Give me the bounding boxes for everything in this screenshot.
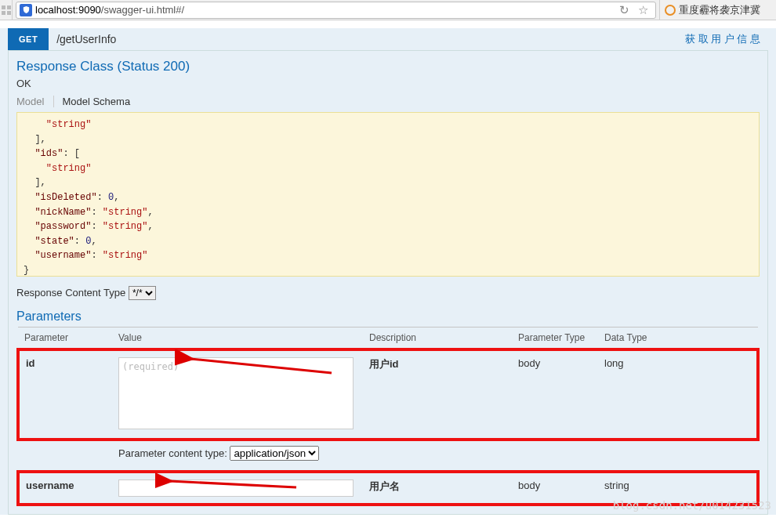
- response-content-type-row: Response Content Type */*: [16, 286, 760, 300]
- shield-icon: [20, 4, 32, 16]
- response-tabs: Model Model Schema: [16, 96, 760, 107]
- endpoint-path[interactable]: /getUserInfo: [49, 33, 685, 45]
- panel-toggle-icon[interactable]: [0, 0, 13, 20]
- operation-header[interactable]: GET /getUserInfo 获 取 用 户 信 息: [8, 28, 768, 51]
- response-content-type-select[interactable]: */*: [129, 286, 156, 300]
- svg-rect-2: [2, 11, 5, 15]
- svg-rect-3: [7, 11, 11, 15]
- parameter-row-id: id 用户id body long: [18, 349, 758, 440]
- feed-ring-icon: [665, 5, 676, 16]
- parameter-row-username: username 用户名 body string: [18, 472, 758, 505]
- param-ptype-username: body: [512, 472, 598, 505]
- url-text: localhost:9090/swagger-ui.html#/: [35, 4, 184, 16]
- param-dtype-username: string: [598, 472, 758, 505]
- th-description: Description: [363, 328, 512, 350]
- param-desc-id: 用户id: [369, 358, 399, 370]
- th-data-type: Data Type: [598, 328, 758, 350]
- th-value: Value: [112, 328, 363, 350]
- th-parameter-type: Parameter Type: [512, 328, 598, 350]
- response-status-text: OK: [16, 78, 760, 89]
- browser-chrome: localhost:9090/swagger-ui.html#/ ↻ ☆ 重度霾…: [0, 0, 776, 20]
- endpoint-summary[interactable]: 获 取 用 户 信 息: [685, 32, 768, 46]
- param-dtype-id: long: [598, 349, 758, 440]
- parameters-table-2: username 用户名 body string: [16, 470, 760, 506]
- annotation-arrow-icon: [175, 349, 347, 381]
- svg-line-4: [190, 359, 332, 373]
- feed-headline: 重度霾将袭京津冀: [679, 3, 760, 17]
- param-name-username: username: [26, 480, 74, 491]
- tab-model[interactable]: Model: [16, 96, 44, 107]
- parameter-content-type-row: Parameter content type: application/json: [118, 446, 760, 461]
- model-schema-box[interactable]: "string" ], "ids": [ "string" ], "isDele…: [16, 112, 760, 277]
- svg-line-5: [169, 481, 296, 487]
- parameters-heading: Parameters: [16, 309, 760, 324]
- bookmark-star-icon[interactable]: ☆: [633, 3, 652, 17]
- param-ptype-id: body: [512, 349, 598, 440]
- reload-icon[interactable]: ↻: [615, 3, 633, 17]
- response-content-type-label: Response Content Type: [16, 287, 125, 299]
- param-desc-username: 用户名: [369, 480, 400, 492]
- parameters-table: Parameter Value Description Parameter Ty…: [16, 327, 760, 441]
- parameter-content-type-label: Parameter content type:: [118, 447, 227, 459]
- param-name-id: id: [26, 357, 35, 369]
- operation-panel: Response Class (Status 200) OK Model Mod…: [8, 51, 768, 515]
- parameters-header-row: Parameter Value Description Parameter Ty…: [18, 328, 758, 350]
- swagger-app: GET /getUserInfo 获 取 用 户 信 息 Response Cl…: [0, 28, 776, 515]
- annotation-arrow-icon: [155, 467, 312, 495]
- parameter-content-type-select[interactable]: application/json: [230, 446, 319, 461]
- svg-rect-1: [7, 5, 11, 9]
- url-bar[interactable]: localhost:9090/swagger-ui.html#/ ↻ ☆: [16, 2, 656, 19]
- tab-model-schema[interactable]: Model Schema: [53, 96, 130, 107]
- th-parameter: Parameter: [18, 328, 112, 350]
- browser-sidebar-item[interactable]: 重度霾将袭京津冀: [660, 0, 776, 20]
- http-method-badge: GET: [8, 28, 49, 50]
- response-class-heading: Response Class (Status 200): [16, 59, 760, 74]
- svg-rect-0: [2, 5, 5, 9]
- model-schema-json: "string" ], "ids": [ "string" ], "isDele…: [24, 118, 752, 277]
